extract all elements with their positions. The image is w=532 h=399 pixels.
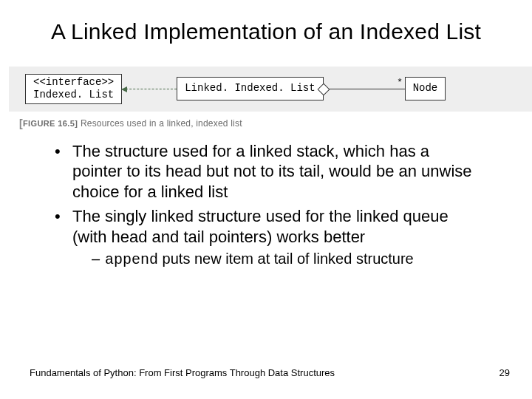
sub-bullet-list: append puts new item at tail of linked s… <box>72 250 476 269</box>
page-number: 29 <box>499 367 510 378</box>
sub-bullet-text: puts new item at tail of linked structur… <box>158 250 414 267</box>
slide-title: A Linked Implementation of an Indexed Li… <box>44 18 488 46</box>
footer: Fundamentals of Python: From First Progr… <box>30 367 510 378</box>
caption-text: Resources used in a linked, indexed list <box>78 118 242 129</box>
multiplicity-label: * <box>398 76 402 87</box>
uml-diagram: <<interface>> Indexed. List Linked. Inde… <box>9 66 532 112</box>
bullet-item: The structure used for a linked stack, w… <box>55 141 476 202</box>
aggregation-line: * <box>324 89 405 89</box>
bullet-item: The singly linked structure used for the… <box>55 206 476 269</box>
uml-class-box: Linked. Indexed. List <box>177 77 323 100</box>
caption-number: FIGURE 16.5] <box>23 119 78 128</box>
uml-node-box: Node <box>405 77 446 100</box>
footer-source: Fundamentals of Python: From First Progr… <box>30 367 335 378</box>
uml-interface-box: <<interface>> Indexed. List <box>25 74 122 104</box>
code-term: append <box>105 251 158 268</box>
uml-node-name: Node <box>413 82 438 94</box>
uml-class-name: Linked. Indexed. List <box>185 82 315 94</box>
slide: A Linked Implementation of an Indexed Li… <box>0 0 532 399</box>
uml-stereotype: <<interface>> <box>33 76 114 89</box>
figure-caption: [FIGURE 16.5] Resources used in a linked… <box>19 117 532 129</box>
sub-bullet-item: append puts new item at tail of linked s… <box>92 250 476 269</box>
bullet-text: The singly linked structure used for the… <box>72 207 449 246</box>
uml-interface-name: Indexed. List <box>33 89 114 102</box>
figure: <<interface>> Indexed. List Linked. Inde… <box>9 66 532 129</box>
bullet-list: The structure used for a linked stack, w… <box>44 141 502 270</box>
realization-arrow <box>122 89 177 89</box>
